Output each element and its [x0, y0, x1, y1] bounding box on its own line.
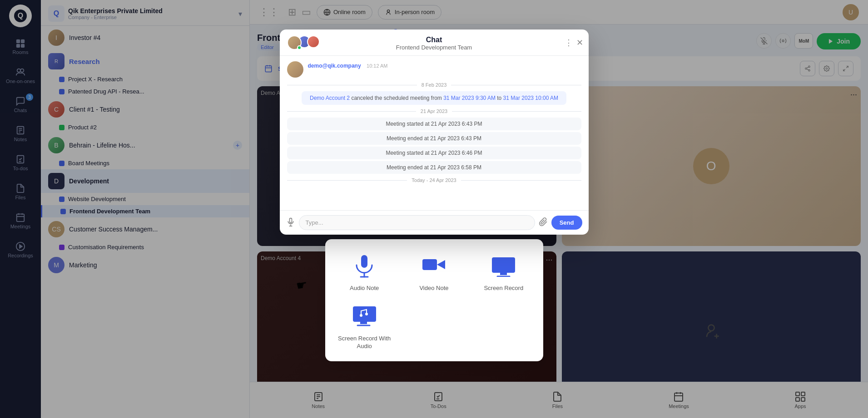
- svg-point-69: [360, 314, 362, 317]
- chat-title-group: Chat Frontend Development Team: [287, 36, 581, 51]
- audio-note-icon-wrap: [348, 253, 380, 280]
- chat-message-1: demo@qik.company 10:12 AM: [287, 61, 581, 78]
- chat-modal-avatars: [287, 35, 320, 50]
- svg-point-70: [365, 313, 368, 315]
- chat-sender-email: demo@qik.company: [308, 63, 361, 69]
- chat-msg-content: demo@qik.company 10:12 AM: [308, 61, 581, 78]
- audio-note-label: Audio Note: [350, 285, 379, 292]
- chat-modal: Chat Frontend Development Team ⋮ ✕ demo@…: [280, 30, 589, 235]
- audio-note-icon: [353, 254, 376, 279]
- meeting-event-2: Meeting ended at 21 Apr 2023 6:43 PM: [287, 132, 581, 145]
- screen-record-audio-icon: [352, 305, 377, 328]
- attach-screen-record-audio[interactable]: Screen Record With Audio: [334, 303, 395, 350]
- svg-rect-68: [353, 306, 376, 322]
- svg-rect-57: [289, 218, 292, 222]
- video-note-icon-wrap: [418, 253, 450, 280]
- screen-record-audio-label: Screen Record With Audio: [334, 335, 395, 350]
- screen-record-label: Screen Record: [484, 285, 523, 292]
- chat-input[interactable]: Type...: [299, 215, 535, 230]
- mic-footer-icon[interactable]: [286, 217, 295, 228]
- chat-more-icon[interactable]: ⋮: [565, 38, 573, 48]
- chat-sender-avatar: [287, 61, 303, 78]
- screen-record-icon-wrap: [488, 253, 520, 280]
- system-msg-to: to: [497, 95, 503, 101]
- svg-rect-71: [360, 322, 367, 324]
- attachment-icon[interactable]: [539, 217, 548, 228]
- chat-header-actions: ⋮ ✕: [565, 38, 583, 48]
- today-divider: Today - 24 Apr 2023: [287, 177, 581, 183]
- attach-video-note[interactable]: Video Note: [404, 253, 464, 292]
- system-msg-actor: Demo Account 2: [310, 95, 350, 101]
- svg-rect-63: [422, 259, 437, 270]
- meeting-event-1: Meeting started at 21 Apr 2023 6:43 PM: [287, 118, 581, 130]
- send-button[interactable]: Send: [551, 216, 582, 230]
- chat-avatar-green-dot: [287, 35, 302, 50]
- modal-stack: Chat Frontend Development Team ⋮ ✕ demo@…: [280, 57, 589, 361]
- date-divider-1: 8 Feb 2023: [287, 82, 581, 88]
- date-divider-2: 21 Apr 2023: [287, 108, 581, 114]
- svg-rect-65: [492, 257, 515, 273]
- meeting-event-3: Meeting started at 21 Apr 2023 6:46 PM: [287, 147, 581, 159]
- system-msg-date2: 31 Mar 2023 10:00 AM: [503, 95, 558, 101]
- chat-close-icon[interactable]: ✕: [576, 38, 583, 48]
- chat-footer: Type... Send: [280, 210, 589, 235]
- svg-rect-60: [361, 255, 367, 268]
- chat-modal-subtitle: Frontend Development Team: [287, 44, 581, 51]
- svg-marker-64: [437, 260, 445, 269]
- screen-record-audio-icon-wrap: [348, 303, 380, 330]
- green-dot: [297, 45, 302, 50]
- date-divider-2-text: 21 Apr 2023: [416, 108, 452, 114]
- attach-audio-note[interactable]: Audio Note: [334, 253, 395, 292]
- chat-modal-title: Chat: [287, 36, 581, 44]
- meeting-event-4: Meeting ended at 21 Apr 2023 6:58 PM: [287, 161, 581, 174]
- today-divider-text: Today - 24 Apr 2023: [407, 177, 461, 183]
- screen-record-icon: [491, 256, 516, 277]
- chat-msg-time: 10:12 AM: [367, 63, 387, 69]
- system-msg-1: Demo Account 2 canceled the scheduled me…: [302, 91, 566, 105]
- date-divider-1-text: 8 Feb 2023: [417, 82, 451, 88]
- system-msg-body: canceled the scheduled meeting from: [351, 95, 443, 101]
- chat-body: demo@qik.company 10:12 AM 8 Feb 2023 Dem…: [280, 56, 589, 210]
- video-note-label: Video Note: [419, 285, 448, 292]
- video-note-icon: [422, 256, 446, 277]
- attach-screen-record[interactable]: Screen Record: [473, 253, 534, 292]
- chat-mini-avatar3: [307, 35, 320, 48]
- chat-modal-header: Chat Frontend Development Team ⋮ ✕: [280, 30, 589, 56]
- svg-rect-66: [500, 273, 507, 275]
- modal-overlay: Chat Frontend Development Team ⋮ ✕ demo@…: [0, 0, 868, 418]
- system-msg-date1: 31 Mar 2023 9:30 AM: [443, 95, 496, 101]
- attach-popup: Audio Note Video Note: [325, 239, 543, 361]
